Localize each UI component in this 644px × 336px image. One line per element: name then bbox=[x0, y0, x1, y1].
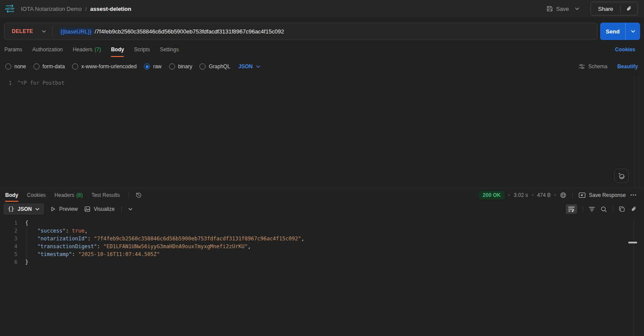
body-mode-none[interactable]: none bbox=[5, 63, 26, 70]
beautify-button[interactable]: Beautify bbox=[617, 63, 638, 70]
response-tab-headers[interactable]: Headers (8) bbox=[54, 188, 83, 202]
response-tab-cookies[interactable]: Cookies bbox=[27, 188, 46, 202]
response-tabs: Body Cookies Headers (8) Test Results 20… bbox=[0, 188, 644, 202]
globe-icon bbox=[560, 192, 567, 199]
clock-history-icon bbox=[135, 192, 142, 199]
radio-icon bbox=[33, 63, 40, 70]
response-tab-headers-label: Headers bbox=[54, 192, 74, 198]
method-url-divider bbox=[52, 26, 53, 37]
meta-divider bbox=[572, 192, 573, 198]
share-button[interactable]: Share bbox=[591, 6, 620, 12]
toolbar-divider bbox=[121, 206, 122, 212]
radio-icon bbox=[199, 63, 206, 70]
braces-icon: {} bbox=[8, 206, 14, 212]
chevron-down-icon bbox=[42, 30, 46, 33]
visualize-button[interactable]: Visualize bbox=[84, 206, 115, 212]
cookies-link[interactable]: Cookies bbox=[615, 47, 635, 53]
code-line: 3 "notarizationId": "7f4feb9cb2560c35884… bbox=[0, 235, 644, 243]
body-mode-graphql[interactable]: GraphQL bbox=[199, 63, 230, 70]
view-options-chevron[interactable] bbox=[128, 208, 133, 210]
tab-authorization[interactable]: Authorization bbox=[32, 40, 63, 59]
wrap-text-button[interactable] bbox=[566, 204, 577, 214]
radio-icon bbox=[169, 63, 175, 70]
response-time[interactable]: 3.02 s bbox=[514, 192, 528, 198]
json-key-transaction-digest: "transactionDigest" bbox=[37, 243, 97, 250]
body-mode-x-www-form-urlencoded-label: x-www-form-urlencoded bbox=[81, 63, 136, 70]
breadcrumb-collection[interactable]: IOTA Notarization Demo bbox=[21, 6, 82, 12]
filter-icon bbox=[589, 206, 595, 212]
wrap-text-icon bbox=[568, 206, 575, 212]
more-actions-button[interactable] bbox=[630, 193, 637, 196]
filter-button[interactable] bbox=[589, 206, 595, 212]
chevron-down-icon bbox=[128, 208, 133, 210]
postbot-button[interactable] bbox=[614, 169, 629, 183]
schema-button[interactable]: Schema bbox=[578, 63, 607, 70]
code-line: 5 "timestamp": "2025-10-16T11:07:44.505Z… bbox=[0, 250, 644, 258]
response-size[interactable]: 474 B bbox=[537, 192, 551, 198]
url-path: /7f4feb9cb2560c358846c6d56b5900eb753fdfa… bbox=[95, 28, 284, 35]
preview-button[interactable]: Preview bbox=[50, 206, 78, 212]
copy-link-button[interactable] bbox=[621, 6, 637, 12]
response-meta: 200 OK 3.02 s 474 B bbox=[479, 191, 637, 200]
body-mode-row: none form-data x-www-form-urlencoded raw… bbox=[0, 59, 644, 74]
visualize-label: Visualize bbox=[94, 206, 115, 212]
body-mode-form-data[interactable]: form-data bbox=[33, 63, 65, 70]
ellipsis-icon bbox=[631, 194, 632, 196]
status-badge[interactable]: 200 OK bbox=[479, 191, 505, 200]
url-input[interactable]: {{baseURL}} /7f4feb9cb2560c358846c6d56b5… bbox=[59, 28, 284, 35]
response-body-viewer[interactable]: 1 { 2 "success": true, 3 "notarizationId… bbox=[0, 216, 644, 336]
raw-language-label: JSON bbox=[239, 63, 253, 70]
topbar-actions: Save Share bbox=[546, 2, 638, 16]
editor-scrollbar[interactable] bbox=[634, 74, 639, 188]
line-number: 3 bbox=[0, 235, 23, 243]
tab-headers-label: Headers bbox=[73, 47, 92, 53]
body-mode-raw[interactable]: raw bbox=[144, 63, 161, 70]
send-options-chevron[interactable] bbox=[625, 23, 640, 40]
line-number: 2 bbox=[0, 227, 23, 235]
radio-icon bbox=[72, 63, 78, 70]
body-mode-graphql-label: GraphQL bbox=[209, 63, 230, 70]
response-tab-test-results[interactable]: Test Results bbox=[91, 188, 120, 202]
tab-scripts[interactable]: Scripts bbox=[134, 40, 150, 59]
body-mode-x-www-form-urlencoded[interactable]: x-www-form-urlencoded bbox=[72, 63, 136, 70]
network-info-button[interactable] bbox=[560, 192, 567, 199]
copy-button[interactable] bbox=[619, 206, 625, 212]
base-url-variable-chip[interactable]: {{baseURL}} bbox=[59, 28, 93, 35]
json-value-transaction-digest: "ED1LFAN1UNw56iyyG3maHDnA9ouxTmyxgMnefi2… bbox=[103, 243, 248, 250]
tab-params[interactable]: Params bbox=[4, 40, 22, 59]
json-key-notarization-id: "notarizationId" bbox=[37, 236, 88, 242]
send-button-group: Send bbox=[600, 23, 640, 40]
search-button[interactable] bbox=[601, 206, 607, 213]
save-response-icon bbox=[578, 192, 586, 198]
tab-headers[interactable]: Headers (7) bbox=[73, 40, 101, 59]
editor-line-number: 1 bbox=[0, 79, 17, 87]
request-tabs: Params Authorization Headers (7) Body Sc… bbox=[0, 40, 644, 59]
response-format-select[interactable]: {} JSON bbox=[3, 203, 44, 215]
tab-body[interactable]: Body bbox=[111, 40, 124, 59]
play-icon bbox=[50, 206, 56, 212]
postbot-icon bbox=[617, 172, 626, 180]
breadcrumb-request-name[interactable]: assest-deletion bbox=[90, 6, 132, 12]
icons-divider bbox=[583, 206, 583, 212]
response-history-button[interactable] bbox=[135, 192, 142, 199]
save-button-label: Save bbox=[556, 6, 569, 12]
copy-link-button[interactable] bbox=[631, 206, 637, 213]
request-body-editor[interactable]: 1 ^⌥P for Postbot bbox=[0, 74, 644, 188]
json-open-brace: { bbox=[25, 220, 28, 226]
response-scrollbar-thumb[interactable] bbox=[628, 242, 637, 243]
body-mode-binary[interactable]: binary bbox=[169, 63, 193, 70]
response-tab-body[interactable]: Body bbox=[5, 188, 18, 202]
save-options-chevron[interactable] bbox=[572, 6, 582, 12]
chevron-down-icon bbox=[256, 65, 260, 68]
save-response-button[interactable]: Save Response bbox=[578, 192, 626, 198]
send-button[interactable]: Send bbox=[600, 23, 625, 40]
raw-language-select[interactable]: JSON bbox=[239, 63, 260, 70]
tab-settings[interactable]: Settings bbox=[160, 40, 179, 59]
method-selector[interactable]: DELETE bbox=[4, 28, 52, 34]
request-url-row: DELETE {{baseURL}} /7f4feb9cb2560c358846… bbox=[0, 17, 644, 40]
response-headers-count-badge: (8) bbox=[76, 192, 83, 198]
postbot-shortcut-placeholder: ^⌥P for Postbot bbox=[17, 79, 64, 87]
save-button[interactable]: Save bbox=[546, 5, 569, 12]
chevron-down-icon bbox=[35, 208, 40, 210]
line-number: 1 bbox=[0, 219, 23, 227]
